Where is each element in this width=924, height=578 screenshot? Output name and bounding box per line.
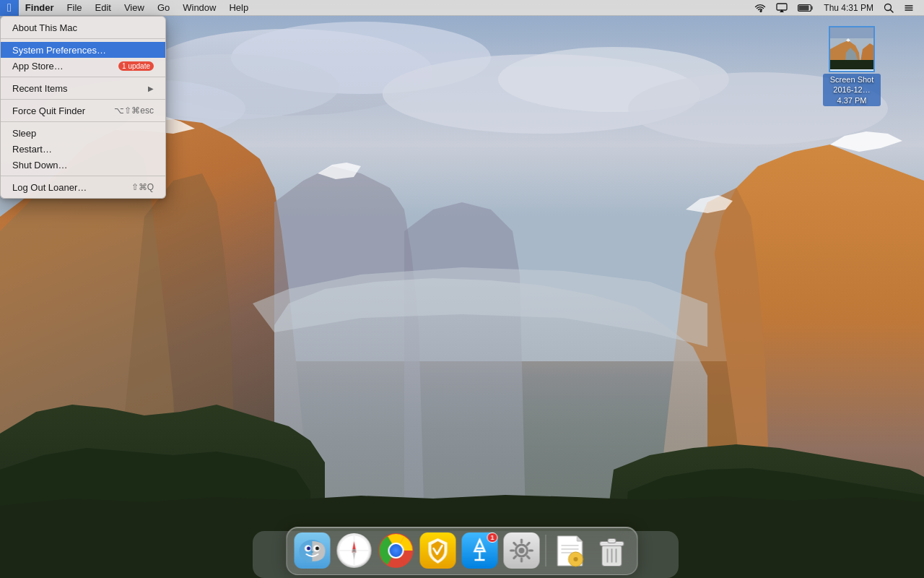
menubar-help[interactable]: Help bbox=[222, 0, 255, 16]
notification-center-icon[interactable] bbox=[899, 0, 918, 16]
svg-point-27 bbox=[315, 547, 319, 551]
menu-item-recent-items[interactable]: Recent Items ▶ bbox=[1, 80, 165, 96]
svg-point-58 bbox=[574, 557, 578, 561]
menu-item-force-quit[interactable]: Force Quit Finder ⌥⇧⌘esc bbox=[1, 103, 165, 118]
menubar-go[interactable]: Go bbox=[151, 0, 176, 16]
menu-item-about[interactable]: About This Mac bbox=[1, 20, 165, 35]
dock-trash[interactable] bbox=[593, 531, 632, 570]
screenshot-label: Screen Shot 2016-12…4.37 PM bbox=[823, 74, 881, 106]
force-quit-shortcut: ⌥⇧⌘esc bbox=[114, 105, 154, 116]
svg-rect-10 bbox=[777, 4, 787, 10]
menubar-right: Thu 4:31 PM bbox=[750, 0, 924, 16]
svg-point-28 bbox=[311, 551, 313, 553]
logout-shortcut: ⇧⌘Q bbox=[131, 182, 154, 192]
menu-separator-5 bbox=[1, 176, 165, 176]
svg-rect-21 bbox=[830, 60, 873, 69]
menu-separator-1 bbox=[1, 38, 165, 39]
submenu-arrow-icon: ▶ bbox=[148, 85, 154, 92]
menu-item-logout[interactable]: Log Out Loaner… ⇧⌘Q bbox=[1, 179, 165, 195]
menubar-file[interactable]: File bbox=[61, 0, 89, 16]
menubar-left:  Finder File Edit View Go Window Help bbox=[0, 0, 750, 16]
menu-item-shutdown[interactable]: Shut Down… bbox=[1, 157, 165, 173]
dock-chrome[interactable] bbox=[377, 531, 416, 570]
menubar:  Finder File Edit View Go Window Help T… bbox=[0, 0, 924, 16]
dock-disk-image[interactable] bbox=[551, 531, 590, 570]
menu-item-system-prefs[interactable]: System Preferences… bbox=[1, 42, 165, 58]
svg-line-15 bbox=[890, 9, 893, 12]
svg-point-34 bbox=[353, 549, 356, 552]
svg-rect-12 bbox=[799, 5, 809, 10]
dock-safari[interactable] bbox=[335, 531, 374, 570]
appstore-badge: 1 bbox=[487, 532, 497, 543]
dock-vector[interactable] bbox=[419, 531, 458, 570]
svg-line-53 bbox=[514, 556, 516, 558]
menubar-window[interactable]: Window bbox=[176, 0, 222, 16]
menu-item-sleep[interactable]: Sleep bbox=[1, 125, 165, 141]
apple-dropdown-menu: About This Mac System Preferences… App S… bbox=[0, 16, 166, 199]
menu-separator-2 bbox=[1, 77, 165, 77]
dock-finder[interactable] bbox=[293, 531, 332, 570]
svg-rect-13 bbox=[811, 6, 814, 9]
svg-line-52 bbox=[527, 543, 529, 545]
dock-system-preferences[interactable] bbox=[502, 531, 541, 570]
svg-line-50 bbox=[514, 543, 516, 545]
svg-point-26 bbox=[307, 547, 310, 551]
svg-point-45 bbox=[519, 548, 525, 553]
menu-item-app-store[interactable]: App Store… 1 update bbox=[1, 58, 165, 74]
menu-separator-4 bbox=[1, 121, 165, 122]
dock-appstore[interactable]: 1 bbox=[461, 531, 500, 570]
dock: 1 bbox=[287, 527, 638, 575]
menu-item-restart[interactable]: Restart… bbox=[1, 141, 165, 157]
menubar-edit[interactable]: Edit bbox=[89, 0, 118, 16]
apple-menu-button[interactable]:  bbox=[0, 0, 19, 16]
svg-line-51 bbox=[527, 556, 529, 558]
spotlight-icon[interactable] bbox=[879, 0, 898, 16]
wifi-icon[interactable] bbox=[750, 0, 770, 16]
app-store-badge: 1 update bbox=[118, 61, 154, 71]
desktop-screenshot-file[interactable]: Screen Shot 2016-12…4.37 PM bbox=[823, 26, 881, 106]
menu-separator-3 bbox=[1, 99, 165, 100]
clock[interactable]: Thu 4:31 PM bbox=[819, 0, 878, 16]
desktop:  Finder File Edit View Go Window Help T… bbox=[0, 0, 924, 578]
airplay-icon[interactable] bbox=[772, 0, 792, 16]
battery-icon[interactable] bbox=[793, 0, 818, 16]
screenshot-thumbnail bbox=[829, 26, 875, 72]
dock-separator bbox=[546, 535, 546, 566]
svg-point-37 bbox=[390, 544, 403, 557]
menubar-view[interactable]: View bbox=[118, 0, 151, 16]
svg-rect-67 bbox=[609, 539, 616, 543]
menubar-finder[interactable]: Finder bbox=[19, 0, 61, 16]
